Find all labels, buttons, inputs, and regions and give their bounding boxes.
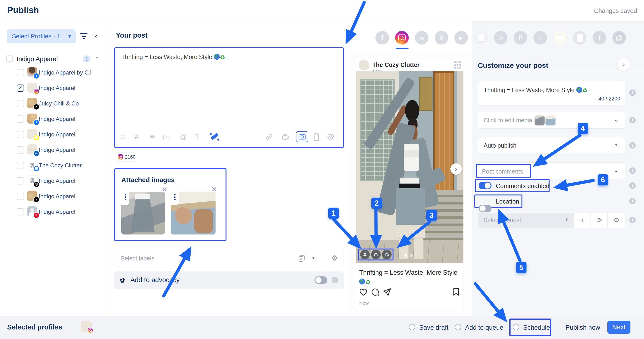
location-toggle[interactable] — [479, 205, 492, 212]
refresh-boost-icon[interactable]: ⟳ — [591, 213, 608, 228]
text-format-icon[interactable]: T — [195, 133, 199, 141]
add-to-queue-label[interactable]: Add to queue — [465, 324, 504, 331]
document-icon[interactable] — [312, 133, 320, 141]
group-checkbox[interactable] — [6, 56, 12, 62]
profile-checkbox[interactable] — [17, 208, 24, 215]
profile-checkbox[interactable] — [17, 193, 24, 200]
next-button[interactable]: Next — [607, 321, 630, 334]
post-text[interactable]: Thrifting = Less Waste, More Style ♻ — [121, 54, 225, 61]
remove-image-1-icon[interactable]: ✕ — [162, 185, 168, 194]
copy-labels-icon[interactable] — [298, 254, 306, 262]
collapse-panel-button[interactable]: › — [618, 58, 630, 71]
like-icon[interactable] — [359, 287, 368, 297]
network-tab-x[interactable]: X — [435, 31, 448, 45]
photo-icon-active-box[interactable] — [296, 131, 308, 142]
video-icon[interactable] — [281, 133, 290, 141]
profile-checkbox[interactable] — [17, 177, 24, 184]
emoji-picker-icon[interactable]: ☺ — [119, 132, 127, 141]
variables-icon[interactable]: {+} — [163, 134, 170, 140]
chevron-up-icon[interactable]: ⌃ — [95, 56, 100, 61]
profile-row[interactable]: @ Indigo Apparel — [14, 174, 105, 188]
profile-row[interactable]: ♪ Indigo Apparel — [14, 190, 105, 203]
network-tab-snapchat[interactable] — [553, 31, 567, 45]
network-tab-reddit[interactable]: ☺ — [494, 31, 508, 45]
caption-info-icon[interactable]: i — [629, 90, 636, 96]
network-tab-pinterest[interactable]: P — [514, 31, 527, 45]
bookmark-icon[interactable] — [452, 287, 460, 297]
boost-settings-icon[interactable]: ⚙ — [608, 213, 625, 228]
ai-assistant-icon[interactable] — [209, 132, 220, 142]
link-icon[interactable] — [265, 133, 273, 141]
network-tab-linkedin[interactable]: in — [415, 31, 428, 45]
profile-row[interactable]: ✓ Indigo Apparel — [14, 81, 105, 95]
tag-product-icon[interactable] — [371, 250, 381, 259]
mention-icon[interactable]: @ — [180, 133, 187, 141]
comment-icon[interactable] — [371, 287, 380, 297]
snippets-icon[interactable]: ≣ — [150, 133, 155, 141]
save-draft-radio[interactable] — [409, 324, 415, 330]
profile-checkbox[interactable] — [17, 100, 24, 107]
network-tab-tumblr[interactable]: t — [592, 31, 606, 45]
drag-handle-icon[interactable] — [121, 192, 130, 205]
media-field-label: Click to edit media — [484, 117, 532, 124]
network-tab-google-business-profile[interactable] — [573, 31, 586, 45]
network-tab-threads[interactable]: @ — [612, 31, 626, 45]
media-library-icon[interactable] — [326, 133, 335, 141]
remove-image-2-icon[interactable]: ✕ — [211, 185, 217, 194]
group-name[interactable]: Indigo Apparel — [17, 56, 58, 63]
schedule-radio[interactable] — [513, 324, 519, 330]
post-composer[interactable]: Thrifting = Less Waste, More Style ♻ ☺ #… — [114, 47, 344, 148]
profile-row[interactable]: P Indigo Apparel — [14, 205, 105, 219]
comments-enabled-info-icon[interactable]: i — [629, 182, 636, 189]
attached-image-2[interactable] — [171, 192, 216, 234]
network-tab-youtube[interactable]: ▶ — [454, 31, 468, 45]
profile-row[interactable]: f Indigo Apparel by CJ — [14, 66, 105, 79]
publish-mode-select[interactable]: Auto publish ▼ — [478, 137, 625, 154]
add-to-queue-radio[interactable] — [455, 324, 461, 330]
schedule-label[interactable]: Schedule — [523, 324, 550, 331]
labels-dropdown-icon[interactable]: ▼ — [312, 256, 316, 260]
boost-select[interactable]: Select a boost ▼ — [478, 213, 574, 228]
post-comments-info-icon[interactable]: i — [629, 167, 636, 174]
profile-checkbox[interactable] — [17, 162, 24, 169]
network-tab-facebook[interactable]: f — [376, 31, 389, 45]
profile-row[interactable]: Indigo Apparel — [14, 128, 105, 141]
caption-field[interactable]: Thrifting = Less Waste, More Style ♻ 40 … — [478, 80, 625, 106]
profile-row[interactable]: in Indigo Apparel — [14, 143, 105, 157]
select-labels-field[interactable]: Select labels ▼ ⚙ — [114, 251, 344, 266]
filter-icon[interactable] — [80, 33, 88, 40]
media-info-icon[interactable]: i — [629, 117, 636, 123]
comments-enabled-toggle[interactable] — [479, 182, 492, 189]
profile-checkbox[interactable]: ✓ — [17, 85, 24, 92]
profile-row[interactable]: f Indigo Apparel — [14, 112, 105, 126]
share-icon[interactable] — [382, 287, 392, 297]
add-boost-button[interactable]: + — [574, 213, 591, 228]
tag-collaborators-icon[interactable] — [382, 250, 392, 259]
labels-settings-icon[interactable]: ⚙ — [332, 254, 338, 262]
location-info-icon[interactable]: i — [629, 198, 636, 204]
profile-row[interactable]: X Juicy Chill & Co — [14, 97, 105, 110]
collapse-sidebar-icon[interactable]: ‹ — [95, 32, 97, 41]
advocacy-toggle[interactable] — [314, 276, 327, 284]
publish-now-label[interactable]: Publish now — [566, 324, 600, 331]
grid-view-button[interactable] — [450, 57, 463, 71]
save-draft-label[interactable]: Save draft — [419, 324, 448, 331]
select-profiles-dropdown[interactable]: Select Profiles · 1 ▼ — [7, 29, 76, 43]
publish-mode-info-icon[interactable]: i — [629, 142, 636, 149]
profile-checkbox[interactable] — [17, 146, 24, 154]
profile-row[interactable]: The Cozy Clutter — [14, 159, 105, 172]
network-tab-tiktok[interactable]: ♪ — [534, 31, 547, 45]
profile-checkbox[interactable] — [17, 131, 24, 138]
network-tab-google-business[interactable] — [474, 31, 488, 45]
hashtag-icon[interactable]: # — [135, 133, 138, 141]
boost-info-icon[interactable]: i — [629, 217, 636, 223]
tag-person-icon[interactable] — [360, 250, 370, 259]
advocacy-info-icon[interactable]: i — [332, 277, 338, 283]
network-tab-instagram[interactable] — [395, 31, 409, 45]
profile-checkbox[interactable] — [17, 115, 24, 123]
profile-checkbox[interactable] — [17, 69, 24, 76]
media-field[interactable]: Click to edit media ⌄ — [478, 112, 625, 129]
attached-image-1[interactable] — [121, 192, 165, 234]
drag-handle-icon[interactable] — [171, 192, 179, 205]
carousel-next-button[interactable]: › — [450, 163, 462, 175]
